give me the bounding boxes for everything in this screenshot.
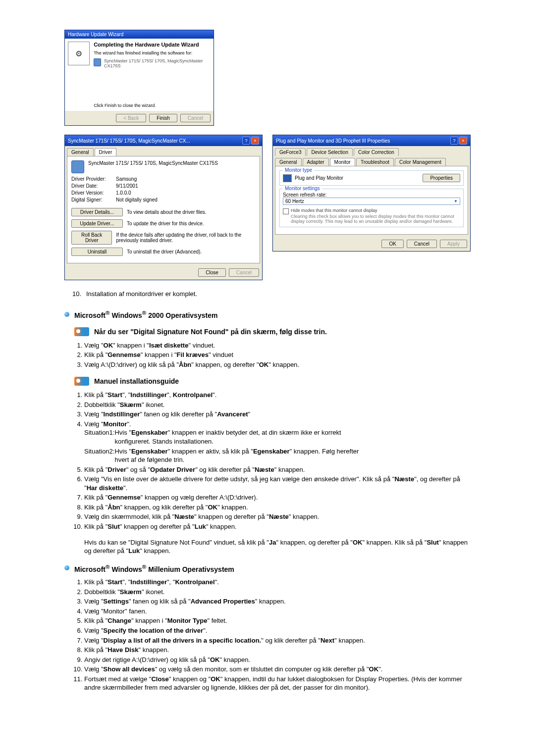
help-icon[interactable]: ?: [450, 137, 458, 145]
tab-device-selection[interactable]: Device Selection: [307, 148, 352, 156]
tab-color-correction[interactable]: Color Correction: [354, 148, 399, 156]
tab-troubleshoot[interactable]: Troubleshoot: [356, 158, 394, 166]
m-step-3: Vælg "Indstillinger" fanen og klik deref…: [84, 410, 471, 419]
close-icon[interactable]: ×: [459, 137, 467, 145]
step-10: 10. Installation af monitordriver er kom…: [64, 290, 471, 298]
me-step-3: Vælg "Settings" fanen og klik så på "Adv…: [84, 597, 471, 606]
wizard-titlebar: Hardware Update Wizard: [65, 30, 214, 39]
version-value: 1.0.0.0: [116, 190, 131, 196]
hide-modes-label: Hide modes that this monitor cannot disp…: [291, 208, 460, 213]
update-driver-button[interactable]: Update Driver...: [71, 219, 123, 228]
signer-label: Digital Signer:: [71, 197, 116, 202]
chevron-down-icon: ▼: [454, 199, 458, 203]
monitor-type-group: Monitor type: [283, 167, 314, 173]
refresh-rate-label: Screen refresh rate:: [283, 192, 460, 198]
display-properties-window: Plug and Play Monitor and 3D Prophet III…: [272, 135, 471, 252]
driver-device: SyncMaster 171S/ 175S/ 170S, MagicSyncMa…: [88, 160, 218, 166]
driver-cancel-button: Cancel: [229, 268, 259, 277]
tab-monitor[interactable]: Monitor: [330, 158, 355, 166]
sub-bullet-icon: [74, 327, 89, 336]
driver-properties-window: SyncMaster 171S/ 175S/ 170S, MagicSyncMa…: [64, 135, 263, 280]
props-apply-button: Apply: [440, 240, 467, 248]
wizard-finish-hint: Click Finish to close the wizard.: [94, 103, 211, 108]
refresh-rate-select[interactable]: 60 Hertz ▼: [283, 198, 460, 205]
tab-adapter[interactable]: Adapter: [303, 158, 329, 166]
monitor-properties-button[interactable]: Properties: [423, 174, 460, 182]
m-step-4: Vælg "Monitor". Situation1:Hvis "Egenska…: [84, 420, 471, 464]
me-step-7: Vælg "Display a list of all the drivers …: [84, 636, 471, 645]
bullet-icon: [64, 565, 69, 570]
wizard-cancel-button: Cancel: [180, 114, 211, 122]
me-step-5: Klik på "Change" knappen i "Monitor Type…: [84, 616, 471, 625]
me-steps: Klik på "Start", "Indstillinger", "Kontr…: [64, 578, 471, 692]
tab-general[interactable]: General: [67, 148, 94, 156]
wizard-hero-icon: ⚙: [68, 42, 90, 65]
props-cancel-button[interactable]: Cancel: [407, 240, 437, 248]
m-step-8: Klik på "Åbn" knappen, og klik derefter …: [84, 503, 471, 512]
m-step-2: Dobbeltklik "Skærm" ikonet.: [84, 401, 471, 409]
update-driver-text: To update the driver for this device.: [127, 221, 204, 226]
driver-details-text: To view details about the driver files.: [127, 209, 207, 215]
uninstall-button[interactable]: Uninstall: [71, 248, 123, 256]
step-10-text: Installation af monitordriver er komplet…: [86, 290, 197, 298]
rollback-driver-button[interactable]: Roll Back Driver: [71, 231, 112, 245]
m-step-9: Vælg din skærmmodel, klik på "Næste" kna…: [84, 512, 471, 521]
me-step-8: Klik på "Have Disk" knappen.: [84, 646, 471, 655]
wizard-title: Hardware Update Wizard: [68, 32, 123, 37]
m-step-6: Vælg "Vis en liste over de aktuelle driv…: [84, 475, 471, 492]
hide-modes-checkbox[interactable]: [283, 208, 289, 214]
wizard-line1: The wizard has finished installing the s…: [94, 50, 211, 55]
me-step-6: Vælg "Specify the location of the driver…: [84, 626, 471, 635]
tab-general2[interactable]: General: [275, 158, 302, 166]
provider-value: Samsung: [116, 176, 137, 182]
driver-titlebar: SyncMaster 171S/ 175S/ 170S, MagicSyncMa…: [65, 135, 262, 146]
me-step-4: Vælg "Monitor" fanen.: [84, 607, 471, 616]
uninstall-text: To uninstall the driver (Advanced).: [127, 249, 202, 254]
version-label: Driver Version:: [71, 190, 116, 196]
sig-step-2: Klik på "Gennemse" knappen i "Fil kræves…: [84, 351, 471, 359]
signature-steps: Vælg "OK" knappen i "Isæt diskette" vind…: [64, 341, 471, 369]
props-title: Plug and Play Monitor and 3D Prophet III…: [276, 138, 390, 144]
wizard-heading: Completing the Hardware Update Wizard: [94, 42, 211, 48]
monitor-type-value: Plug and Play Monitor: [295, 175, 343, 181]
wizard-device: SyncMaster 171S/ 175S/ 170S, MagicSyncMa…: [104, 58, 211, 68]
me-step-2: Dobbeltklik "Skærm" ikonet.: [84, 588, 471, 597]
monitor-small-icon: [283, 174, 292, 182]
me-step-11: Fortsæt med at vælge "Close" knappen og …: [84, 675, 471, 692]
device-icon: [94, 58, 101, 66]
m-step-5: Klik på "Driver" og så "Opdater Driver" …: [84, 465, 471, 474]
help-icon[interactable]: ?: [242, 137, 250, 145]
close-icon[interactable]: ×: [251, 137, 259, 145]
heading-manual-install: Manuel installationsguide: [94, 377, 179, 385]
date-label: Driver Date:: [71, 183, 116, 189]
rollback-driver-text: If the device fails after updating the d…: [116, 232, 256, 243]
sig-step-1: Vælg "OK" knappen i "Isæt diskette" vind…: [84, 341, 471, 350]
me-step-1: Klik på "Start", "Indstillinger", "Kontr…: [84, 578, 471, 587]
date-value: 9/11/2001: [116, 183, 138, 189]
props-ok-button[interactable]: OK: [381, 240, 403, 248]
driver-title: SyncMaster 171S/ 175S/ 170S, MagicSyncMa…: [68, 138, 190, 144]
tab-geforce3[interactable]: GeForce3: [275, 148, 306, 156]
wizard-window: Hardware Update Wizard ⚙ Completing the …: [64, 30, 214, 126]
manual-steps: Klik på "Start", "Indstillinger", Kontro…: [64, 391, 471, 531]
heading-winme: Microsoft® Windows® Millenium Operativsy…: [74, 563, 234, 573]
m-step-7: Klik på "Gennemse" knappen og vælg deref…: [84, 493, 471, 502]
tab-color-management[interactable]: Color Management: [395, 158, 446, 166]
refresh-rate-value: 60 Hertz: [285, 199, 304, 204]
me-step-9: Angiv det rigtige A:\(D:\driver) og klik…: [84, 655, 471, 664]
m-step-10: Klik på "Slut" knappen og derefter på "L…: [84, 522, 471, 531]
props-titlebar: Plug and Play Monitor and 3D Prophet III…: [273, 135, 470, 146]
m-step-1: Klik på "Start", "Indstillinger", Kontro…: [84, 391, 471, 400]
me-step-10: Vælg "Show all devices" og vælg så den m…: [84, 665, 471, 674]
driver-details-button[interactable]: Driver Details...: [71, 208, 123, 216]
sub-bullet-icon: [74, 377, 89, 386]
tab-driver[interactable]: Driver: [95, 148, 117, 156]
wizard-back-button: < Back: [116, 114, 146, 122]
wizard-finish-button[interactable]: Finish: [149, 114, 177, 122]
heading-win2000: Microsoft® Windows® 2000 Operativsystem: [74, 309, 217, 319]
hide-modes-desc: Clearing this check box allows you to se…: [291, 214, 460, 224]
sig-step-3: Vælg A:\(D:\driver) og klik så på "Åbn" …: [84, 360, 471, 369]
driver-close-button[interactable]: Close: [198, 268, 226, 277]
monitor-settings-group: Monitor settings: [283, 186, 322, 191]
bullet-icon: [64, 312, 69, 317]
